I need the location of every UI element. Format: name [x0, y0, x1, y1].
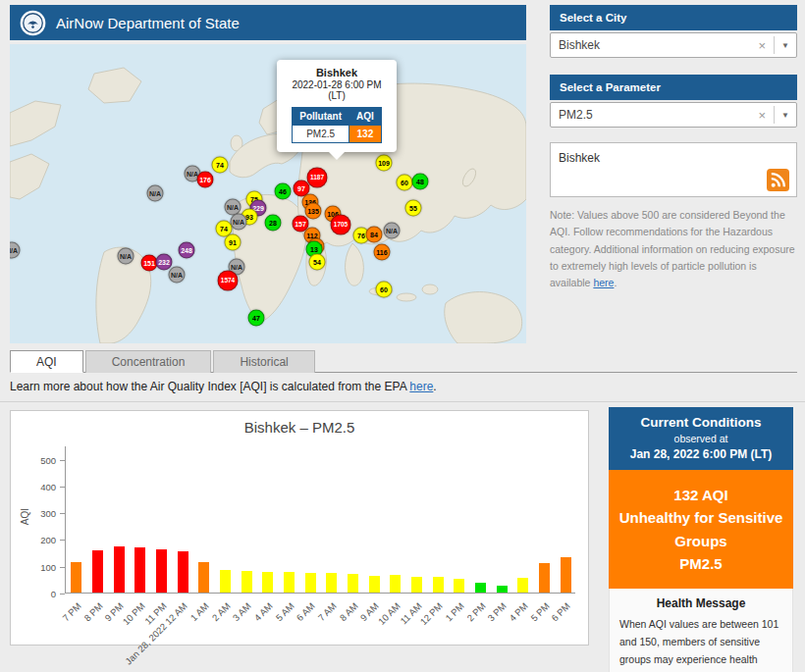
y-axis-tick-mark: [60, 594, 65, 594]
aqi-marker[interactable]: 109: [376, 155, 393, 172]
aqi-marker[interactable]: 54: [309, 254, 326, 271]
page: AirNow Department of State: [0, 0, 805, 672]
chart-bar[interactable]: [326, 573, 337, 593]
world-map: [10, 44, 526, 343]
chart-plot: [65, 446, 575, 594]
note-text: Note: Values above 500 are considered Be…: [550, 209, 795, 288]
popup-date-line2: (LT): [328, 90, 346, 101]
aqi-marker[interactable]: N/A: [384, 223, 401, 239]
y-axis-tick-label: 100: [25, 562, 56, 573]
chart-bar[interactable]: [561, 557, 571, 593]
aqi-marker[interactable]: 135: [305, 203, 322, 220]
chart-bar[interactable]: [369, 576, 380, 593]
current-conditions-panel: Current Conditions observed at Jan 28, 2…: [609, 407, 793, 672]
current-aqi-value: 132 AQI: [617, 484, 785, 506]
aqi-marker[interactable]: 84: [366, 227, 383, 243]
current-conditions-title: Current Conditions: [615, 415, 787, 430]
beyond-aqi-note: Note: Values above 500 are considered Be…: [550, 207, 797, 292]
health-message-title: Health Message: [610, 589, 792, 612]
chart-bar[interactable]: [198, 562, 209, 593]
parameter-select-value: PM2.5: [551, 108, 750, 122]
learn-more-text: Learn more about how the Air Quality Ind…: [10, 380, 409, 393]
aqi-marker[interactable]: 1187: [307, 168, 328, 188]
current-conditions-header: Current Conditions observed at Jan 28, 2…: [609, 407, 793, 470]
aqi-marker[interactable]: 60: [397, 175, 413, 191]
state-department-seal-icon: [20, 10, 46, 36]
y-axis-tick-label: 500: [25, 455, 56, 466]
chart-bar[interactable]: [242, 571, 252, 593]
chart-bar[interactable]: [433, 577, 444, 593]
chart-title: Bishkek – PM2.5: [11, 419, 588, 436]
y-axis-tick-mark: [60, 567, 65, 568]
y-axis-tick-label: 200: [25, 535, 56, 545]
aqi-marker[interactable]: N/A: [118, 248, 134, 265]
parameter-dropdown-arrow-icon[interactable]: ▼: [775, 111, 796, 120]
learn-more-link[interactable]: here: [409, 380, 433, 393]
aqi-marker[interactable]: 248: [179, 242, 195, 259]
y-axis-tick-mark: [60, 487, 65, 488]
chart-bar[interactable]: [156, 549, 167, 593]
chart-bar[interactable]: [71, 562, 81, 593]
aqi-marker[interactable]: 1574: [218, 271, 239, 291]
aqi-marker[interactable]: N/A: [231, 214, 247, 231]
chart-bar[interactable]: [134, 547, 145, 593]
rss-icon[interactable]: [767, 169, 789, 191]
chart-bar[interactable]: [475, 583, 486, 593]
chart-bar[interactable]: [454, 579, 464, 593]
y-axis-tick-mark: [60, 460, 65, 461]
learn-more-suffix: .: [433, 380, 436, 393]
chart-bar[interactable]: [284, 572, 295, 593]
learn-more-line: Learn more about how the Air Quality Ind…: [10, 380, 437, 393]
parameter-select[interactable]: PM2.5 × ▼: [550, 102, 797, 128]
chart-bar[interactable]: [92, 550, 103, 593]
aqi-marker[interactable]: 47: [248, 310, 265, 327]
aqi-marker[interactable]: 48: [412, 174, 429, 190]
aqi-marker[interactable]: 91: [225, 234, 242, 251]
chart-bar[interactable]: [305, 573, 316, 593]
aqi-marker[interactable]: 55: [405, 200, 422, 217]
chart-bar[interactable]: [114, 546, 125, 593]
city-clear-icon[interactable]: ×: [750, 38, 774, 53]
aqi-marker[interactable]: 28: [265, 215, 282, 232]
parameter-clear-icon[interactable]: ×: [750, 108, 774, 123]
chart-bar[interactable]: [497, 586, 508, 593]
aqi-marker[interactable]: 116: [374, 244, 391, 261]
chart-bar[interactable]: [220, 570, 231, 593]
popup-pollutant-value: PM2.5: [293, 126, 349, 143]
aqi-marker[interactable]: N/A: [169, 267, 186, 284]
aqi-marker[interactable]: 1705: [331, 215, 351, 235]
aqi-marker[interactable]: 176: [197, 172, 214, 188]
section-divider: [0, 401, 805, 402]
chart-bar[interactable]: [262, 572, 273, 593]
tab-aqi[interactable]: AQI: [10, 350, 83, 373]
health-message-section: Health Message When AQI values are betwe…: [609, 589, 793, 672]
popup-datetime: 2022-01-28 6:00 PM (LT): [283, 79, 391, 101]
aqi-marker[interactable]: 60: [376, 282, 393, 298]
tab-historical[interactable]: Historical: [213, 350, 314, 373]
chart-bar[interactable]: [348, 574, 358, 593]
city-dropdown-arrow-icon[interactable]: ▼: [775, 41, 796, 50]
chart-bar[interactable]: [411, 577, 422, 593]
right-sidebar: Select a City Bishkek × ▼ Select a Param…: [550, 5, 797, 292]
aqi-marker[interactable]: 232: [156, 254, 173, 271]
chart-bar[interactable]: [517, 578, 528, 593]
city-select[interactable]: Bishkek × ▼: [550, 32, 797, 58]
chart-bar[interactable]: [178, 551, 188, 593]
popup-col-pollutant: Pollutant: [293, 108, 349, 126]
y-axis-tick-label: 0: [25, 589, 56, 599]
chart-bar[interactable]: [390, 575, 401, 593]
aqi-marker[interactable]: 46: [275, 183, 292, 200]
popup-table: Pollutant AQI PM2.5 132: [292, 107, 382, 143]
note-link[interactable]: here: [593, 277, 614, 288]
aqi-marker[interactable]: 74: [212, 157, 229, 174]
current-aqi-box: 132 AQI Unhealthy for Sensitive Groups P…: [609, 470, 793, 589]
map[interactable]: Bishkek 2022-01-28 6:00 PM (LT) Pollutan…: [10, 44, 526, 343]
current-aqi-parameter: PM2.5: [617, 552, 785, 575]
chart-bar[interactable]: [539, 563, 550, 593]
tab-concentration[interactable]: Concentration: [85, 350, 212, 373]
health-message-text: When AQI values are between 101 and 150,…: [610, 612, 792, 672]
app-header: AirNow Department of State: [10, 5, 526, 40]
current-aqi-category: Unhealthy for Sensitive Groups: [617, 506, 785, 552]
popup-date-line1: 2022-01-28 6:00 PM: [292, 79, 381, 90]
aqi-marker[interactable]: N/A: [147, 185, 164, 202]
